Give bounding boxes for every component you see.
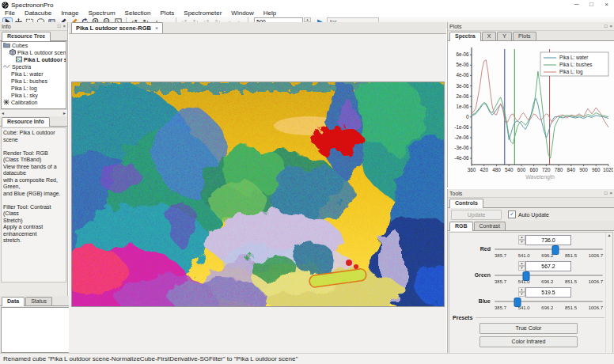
tree-item-pika-l-outdoor-scene-rgb[interactable]: Pika L outdoor scene-RGB <box>2 56 66 63</box>
x-axis-label: Wavelength <box>525 174 555 180</box>
resource-info-line: and Blue (RGB) image. <box>3 191 64 198</box>
close-panel-icon[interactable]: × <box>63 24 66 28</box>
red-wavelength-input[interactable] <box>525 235 571 245</box>
float-panel-icon[interactable]: □ <box>605 24 608 28</box>
resource-info-line: stretch. <box>3 237 64 245</box>
x-tick-label: 840 <box>567 167 576 173</box>
close-panel-icon[interactable]: × <box>609 191 612 195</box>
datacube-rendered-image[interactable] <box>72 82 444 306</box>
menu-plots[interactable]: Plots <box>156 9 180 17</box>
minimize-button[interactable]: ─ <box>569 0 584 9</box>
menu-bar: FileDatacubeImageSpectrumSelectionPlotsS… <box>0 9 614 17</box>
blue-spinner[interactable]: ▲▼ <box>518 287 525 297</box>
green-slider[interactable] <box>495 275 603 276</box>
tree-item-pika-l-log[interactable]: Pika L: log <box>2 85 66 92</box>
y-tick-label: 4e-06 <box>456 72 469 78</box>
close-button[interactable]: × <box>599 0 614 9</box>
auto-update-checkbox[interactable]: ✓ <box>508 210 516 218</box>
red-label: Red <box>470 246 495 252</box>
document-tab-close-icon[interactable]: × <box>155 25 158 31</box>
tree-item-spectra[interactable]: Spectra <box>2 63 66 70</box>
tab-resource-info[interactable]: Resource Info <box>2 117 50 127</box>
red-slider-handle[interactable] <box>552 245 559 255</box>
tab-spectra[interactable]: Spectra <box>449 32 481 41</box>
green-slider-handle[interactable] <box>523 271 530 281</box>
update-button[interactable]: Update <box>451 210 502 220</box>
float-panel-icon[interactable]: □ <box>58 24 61 28</box>
green-spinner[interactable]: ▲▼ <box>518 261 525 271</box>
tree-item-pika-l-bushes[interactable]: Pika L: bushes <box>2 78 66 85</box>
resource-info-line: Stretch) <box>3 218 64 225</box>
tree-item-calibration[interactable]: Calibration <box>2 99 66 106</box>
tree-item-label: Pika L: sky <box>11 92 38 99</box>
menu-help[interactable]: Help <box>259 9 281 17</box>
tree-item-pika-l-outdoor-scene[interactable]: Pika L outdoor scene <box>2 49 66 56</box>
tab-plots[interactable]: Plots <box>513 32 536 40</box>
blue-slider-handle[interactable] <box>514 298 521 307</box>
x-tick-label: 600 <box>517 167 526 173</box>
tab-status[interactable]: Status <box>25 297 52 305</box>
status-text: Renamed cube "Pika L outdoor scene-Norma… <box>3 355 298 362</box>
tab-x[interactable]: X <box>482 32 497 40</box>
blue-slider[interactable] <box>495 301 603 302</box>
resource-panel-header: Info □ × <box>0 22 67 31</box>
spectra-chart-area[interactable]: 6e-065e-064e-063e-062e-061e-060-1e-06-2e… <box>448 41 614 188</box>
tree-item-label: Pika L: water <box>11 70 43 78</box>
resource-info-line: View three bands of a datacube <box>3 164 64 177</box>
tree-item-pika-l-water[interactable]: Pika L: water <box>2 70 66 78</box>
y-tick-label: 3e-06 <box>456 83 469 89</box>
tree-item-label: Calibration <box>11 99 37 106</box>
preset-true-color-button[interactable]: True Color <box>479 323 578 334</box>
tab-data[interactable]: Data <box>2 297 25 306</box>
controls-tabstrip: Controls <box>448 198 614 208</box>
image-canvas[interactable] <box>69 34 446 354</box>
status-bar: Renamed cube "Pika L outdoor scene-Norma… <box>0 353 614 364</box>
menu-selection[interactable]: Selection <box>120 9 156 17</box>
legend-label: Pika L: bushes <box>559 62 592 67</box>
tab-controls[interactable]: Controls <box>449 199 483 208</box>
menu-datacube[interactable]: Datacube <box>20 9 56 17</box>
tab-resource-tree[interactable]: Resource Tree <box>2 32 51 41</box>
presets-label: Presets <box>453 315 605 320</box>
scale-label: 385.7 <box>495 279 506 286</box>
menu-image[interactable]: Image <box>56 9 83 17</box>
controls-vscrollbar[interactable]: ▲▼ <box>605 233 612 364</box>
menu-file[interactable]: File <box>0 9 20 17</box>
blue-wavelength-input[interactable] <box>525 287 571 298</box>
rgb-controls-content: ▲▼Red385.7541.0696.2851.51006.7▲▼Green38… <box>449 232 613 364</box>
tab-y[interactable]: Y <box>497 32 512 40</box>
plots-panel-header: Plots □ × <box>448 22 614 31</box>
menu-spectrum[interactable]: Spectrum <box>83 9 119 17</box>
menu-window[interactable]: Window <box>226 9 258 17</box>
red-spinner[interactable]: ▲▼ <box>518 235 525 245</box>
blue-scale: 385.7541.0696.2851.51006.7 <box>495 305 603 312</box>
resource-tree-hscrollbar[interactable]: ◄► <box>0 109 67 116</box>
float-panel-icon[interactable]: □ <box>605 191 608 195</box>
folder-icon <box>3 42 10 49</box>
red-slider[interactable] <box>495 248 603 250</box>
document-tab[interactable]: Pika L outdoor scene-RGB × <box>71 22 163 33</box>
tab-contrast[interactable]: Contrast <box>474 222 506 230</box>
menu-spectrometer[interactable]: Spectrometer <box>179 9 226 17</box>
resource-info-line: Render Tool: RGB (Class TriBand) <box>3 150 64 164</box>
scroll-up-icon[interactable]: ▲ <box>608 233 612 237</box>
green-scale: 385.7541.0696.2851.51006.7 <box>495 279 603 286</box>
channel-red: ▲▼Red385.7541.0696.2851.51006.7 <box>470 235 603 260</box>
scroll-right-icon[interactable]: ► <box>63 111 66 116</box>
resource-info-line <box>3 197 64 204</box>
resource-info-line: Apply a contrast enhancement <box>3 224 64 237</box>
maximize-button[interactable]: □ <box>584 0 599 9</box>
tab-rgb[interactable]: RGB <box>449 222 473 231</box>
blue-label: Blue <box>470 298 495 304</box>
tools-panel: Tools □ × Controls Update ✓ Auto Update … <box>447 189 614 353</box>
close-panel-icon[interactable]: × <box>609 24 612 28</box>
tree-item-cubes[interactable]: Cubes <box>2 42 66 49</box>
resource-panel-title: Info <box>2 24 11 29</box>
green-wavelength-input[interactable] <box>525 261 571 271</box>
tree-item-pika-l-sky[interactable]: Pika L: sky <box>2 92 66 99</box>
scroll-left-icon[interactable]: ◄ <box>1 111 5 116</box>
plots-tabstrip: SpectraXYPlots <box>448 31 614 41</box>
auto-update-wrap[interactable]: ✓ Auto Update <box>508 210 549 218</box>
resource-tree: CubesPika L outdoor scenePika L outdoor … <box>1 41 66 109</box>
preset-color-infrared-button[interactable]: Color Infrared <box>479 336 578 347</box>
